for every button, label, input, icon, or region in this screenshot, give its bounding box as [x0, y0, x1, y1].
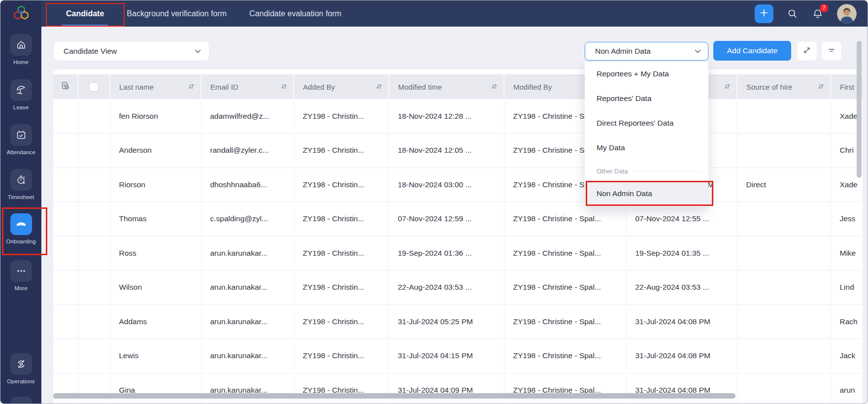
- table-row[interactable]: Lewis arun.karunakar... ZY198 - Christin…: [53, 339, 863, 373]
- cell-added-by: ZY198 - Christin...: [294, 270, 389, 305]
- dropdown-option[interactable]: My Data: [585, 135, 708, 160]
- sort-icon[interactable]: [491, 83, 498, 91]
- cell-modified-by: ZY198 - Christine - Spal...: [504, 304, 626, 339]
- table-row[interactable]: fen Riorson adamwilfred@z... ZY198 - Chr…: [53, 99, 863, 134]
- table-row[interactable]: Anderson randall@zyler.c... ZY198 - Chri…: [53, 134, 863, 168]
- table-row[interactable]: Addams arun.karunakar... ZY198 - Christi…: [53, 304, 863, 339]
- app-logo-icon[interactable]: [0, 3, 41, 23]
- sidebar: Home Leave Attendance Timesheet Onboardi…: [0, 0, 41, 404]
- column-label: Last name: [119, 83, 154, 91]
- cell-first-name: Jess: [831, 202, 863, 236]
- cell-source-of-hire: [737, 236, 831, 270]
- cell-modified-by: ZY198 - Christine - Spal...: [504, 202, 626, 236]
- sidebar-item-label: Operations: [7, 378, 34, 384]
- vertical-scrollbar[interactable]: [857, 41, 862, 178]
- data-scope-dropdown-menu: Reportees + My DataReportees' DataDirect…: [585, 62, 708, 206]
- table-row[interactable]: Riorson dhoshhnaaba6... ZY198 - Christin…: [53, 168, 863, 202]
- cell-last-name: Riorson: [110, 168, 201, 202]
- sort-icon[interactable]: [188, 83, 195, 91]
- sidebar-item-label: Onboarding: [6, 238, 35, 244]
- cell-last-name: Ross: [110, 236, 201, 270]
- column-header[interactable]: Email ID: [201, 74, 294, 99]
- cell-source-of-hire: [737, 339, 831, 373]
- data-scope-value: Non Admin Data: [595, 47, 651, 56]
- tab-background-verification-form[interactable]: Background verification form: [115, 0, 238, 27]
- cell-email: dhoshhnaaba6...: [201, 168, 294, 202]
- cell-added-by: ZY198 - Christin...: [294, 373, 389, 404]
- cell-modified-time: 18-Nov-2024 12:28 ...: [389, 99, 504, 134]
- sidebar-item-home[interactable]: Home: [0, 34, 41, 65]
- dropdown-option-non-admin-data[interactable]: Non Admin Data: [585, 182, 708, 205]
- sort-icon[interactable]: [376, 83, 382, 91]
- sidebar-item-operations[interactable]: Operations: [0, 353, 41, 384]
- expand-button[interactable]: [797, 42, 817, 61]
- sort-icon[interactable]: [281, 83, 287, 91]
- cell-email: arun.karunakar...: [201, 373, 294, 404]
- cell-last-name: Thomas: [110, 202, 201, 236]
- home-icon: [10, 34, 32, 56]
- column-header[interactable]: Modified time: [389, 74, 504, 99]
- table-row[interactable]: Gina arun.karunakar... ZY198 - Christin.…: [53, 373, 863, 404]
- cell-last-name: Anderson: [110, 134, 201, 168]
- select-all-header: [78, 74, 110, 99]
- section-divider: [633, 171, 701, 171]
- sidebar-item-leave[interactable]: Leave: [0, 79, 41, 110]
- column-header[interactable]: Last name: [110, 74, 201, 99]
- horizontal-scrollbar[interactable]: [53, 393, 735, 399]
- cell-source-of-hire: Direct: [737, 168, 831, 202]
- cell-added-by: ZY198 - Christin...: [294, 236, 389, 270]
- tab-candidate[interactable]: Candidate: [55, 0, 115, 27]
- tab-candidate-evaluation-form[interactable]: Candidate evaluation form: [238, 0, 353, 27]
- sort-icon[interactable]: [818, 83, 824, 91]
- filter-button[interactable]: [822, 42, 841, 61]
- column-label: Added By: [303, 83, 335, 91]
- cell-added-by: ZY198 - Christin...: [294, 339, 389, 373]
- cell-source-of-hire: [737, 99, 831, 134]
- expand-icon: [802, 45, 812, 57]
- table-row[interactable]: Ross arun.karunakar... ZY198 - Christin.…: [53, 236, 863, 270]
- dropdown-option[interactable]: Reportees + My Data: [585, 62, 708, 86]
- cell-modified-time: 31-Jul-2024 04:09 PM: [389, 373, 504, 404]
- row-icon-cell: [53, 373, 78, 404]
- stopwatch-icon: [10, 169, 32, 191]
- user-avatar[interactable]: [837, 4, 857, 24]
- sidebar-item-label: More: [14, 285, 27, 291]
- notification-badge: 7: [820, 4, 828, 12]
- cell-modified-time: 18-Nov-2024 03:00 ...: [389, 168, 504, 202]
- search-icon[interactable]: [787, 8, 799, 20]
- app-window: Candidate Background verification form C…: [0, 0, 868, 404]
- dropdown-option[interactable]: Direct Reportees' Data: [585, 111, 708, 135]
- cell-first-name: Lind: [831, 270, 863, 305]
- sidebar-item-partial[interactable]: [0, 397, 41, 404]
- dropdown-section: Other Data: [585, 160, 708, 182]
- column-label: First: [840, 83, 854, 91]
- row-icon-cell: [53, 99, 78, 134]
- sidebar-item-attendance[interactable]: Attendance: [0, 124, 41, 155]
- dropdown-option[interactable]: Reportees' Data: [585, 86, 708, 111]
- row-checkbox-cell: [78, 134, 110, 168]
- sidebar-item-timesheet[interactable]: Timesheet: [0, 169, 41, 200]
- chevron-down-icon: [695, 49, 701, 54]
- table-row[interactable]: Wilson arun.karunakar... ZY198 - Christi…: [53, 270, 863, 305]
- add-candidate-button[interactable]: Add Candidate: [713, 41, 791, 61]
- view-select[interactable]: Candidate View: [54, 42, 209, 61]
- row-checkbox-cell: [78, 236, 110, 270]
- sidebar-item-onboarding[interactable]: Onboarding: [0, 213, 41, 244]
- select-all-checkbox[interactable]: [89, 82, 99, 92]
- notifications-bell-icon[interactable]: 7: [812, 8, 824, 20]
- table-header-row: Last name Email ID Added By: [53, 74, 863, 99]
- row-icon-cell: [53, 202, 78, 236]
- column-header[interactable]: Source of hire: [737, 74, 831, 99]
- data-scope-select[interactable]: Non Admin Data: [585, 42, 708, 61]
- row-checkbox-cell: [78, 168, 110, 202]
- sidebar-item-more[interactable]: More: [0, 260, 41, 291]
- cell-added-time: 22-Aug-2024 03:53 ...: [626, 270, 737, 305]
- table-row[interactable]: Thomas c.spalding@zyl... ZY198 - Christi…: [53, 202, 863, 236]
- cell-email: arun.karunakar...: [201, 236, 294, 270]
- column-header[interactable]: Added By: [294, 74, 389, 99]
- sidebar-item-label: Home: [13, 59, 29, 65]
- cell-modified-time: 22-Aug-2024 03:53 ...: [389, 270, 504, 305]
- sort-icon[interactable]: [724, 83, 731, 91]
- cell-modified-by: ZY198 - Christine - Spal...: [504, 236, 626, 270]
- add-button[interactable]: [755, 4, 773, 23]
